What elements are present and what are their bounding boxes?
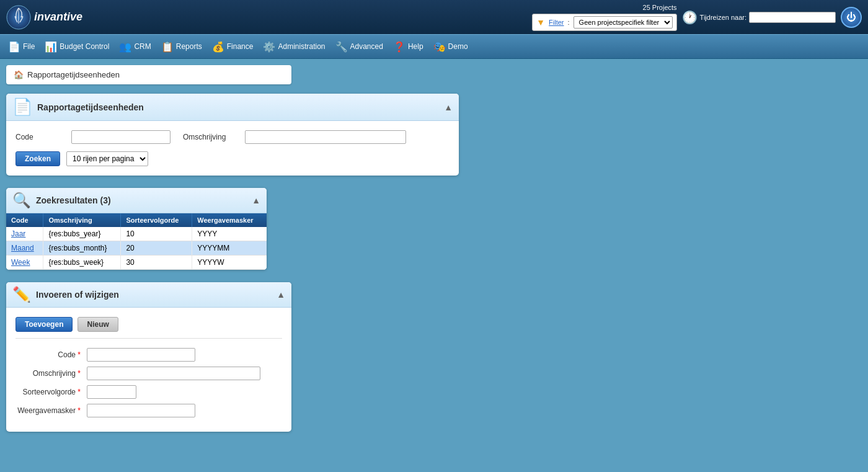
logo-area: invantive: [6, 5, 82, 30]
invoer-code-input[interactable]: [87, 348, 195, 362]
invoer-panel-header: ✏️ Invoeren of wijzigen ▲: [6, 282, 291, 308]
administration-icon: ⚙️: [263, 41, 275, 53]
invoer-weergavemasker-input[interactable]: [87, 404, 195, 417]
weergavemasker-field-row: Weergavemasker *: [16, 404, 282, 417]
demo-icon: 🎭: [433, 41, 446, 53]
home-icon: 🏠: [14, 70, 24, 79]
cell-sorteervolgorde: 30: [121, 256, 192, 270]
nav-item-advanced[interactable]: 🔧 Advanced: [330, 38, 388, 55]
omschrijving-input[interactable]: [245, 130, 406, 144]
cell-omschrijving: {res:bubs_year}: [43, 227, 121, 241]
col-header-omschrijving: Omschrijving: [43, 213, 121, 227]
results-panel-header-left: 🔍 Zoekresultaten (3): [12, 192, 111, 209]
results-panel: 🔍 Zoekresultaten (3) ▲ Code Omschrijving…: [6, 188, 267, 270]
code-input[interactable]: [71, 130, 170, 144]
results-panel-collapse-btn[interactable]: ▲: [252, 195, 260, 205]
file-icon: 📄: [8, 41, 20, 53]
cell-omschrijving: {res:bubs_month}: [43, 241, 121, 256]
results-panel-icon: 🔍: [12, 192, 31, 209]
cell-weergavemasker: YYYYW: [192, 256, 267, 270]
nav-budget-label: Budget Control: [60, 42, 109, 51]
invoer-btn-row: Toevoegen Nieuw: [16, 317, 282, 339]
toevoegen-button[interactable]: Toevoegen: [16, 317, 73, 332]
search-panel-icon: 📄: [12, 97, 32, 117]
invoer-code-label: Code *: [16, 350, 87, 359]
tijdreizen-area: 🕐 Tijdreizen naar:: [682, 10, 836, 25]
col-header-sorteervolgorde: Sorteervolgorde: [121, 213, 192, 227]
omschrijving-field-row: Omschrijving *: [16, 367, 282, 380]
nav-item-demo[interactable]: 🎭 Demo: [428, 38, 473, 55]
filter-link[interactable]: Filter: [549, 19, 564, 26]
reports-icon: 📋: [161, 41, 174, 53]
tijdreizen-input[interactable]: [749, 12, 836, 23]
cell-sorteervolgorde: 10: [121, 227, 192, 241]
results-panel-header: 🔍 Zoekresultaten (3) ▲: [6, 188, 267, 213]
col-header-code: Code: [6, 213, 43, 227]
advanced-icon: 🔧: [335, 41, 348, 53]
nav-administration-label: Administration: [278, 42, 325, 51]
projects-count: 25 Projects: [643, 4, 677, 11]
nav-file-label: File: [23, 42, 35, 51]
invoer-omschrijving-input[interactable]: [87, 367, 260, 380]
omschrijving-label: Omschrijving: [183, 133, 232, 141]
help-icon: ❓: [393, 41, 405, 53]
table-row: Week {res:bubs_week} 30 YYYYW: [6, 256, 267, 270]
invoer-panel-icon: ✏️: [12, 286, 31, 303]
results-panel-title: Zoekresultaten (3): [36, 195, 111, 205]
nav-item-administration[interactable]: ⚙️ Administration: [258, 38, 330, 55]
maand-link[interactable]: Maand: [11, 244, 34, 252]
invoer-form: Toevoegen Nieuw Code * Omschrijving * So…: [6, 308, 291, 432]
breadcrumb-text: Rapportagetijdseenheden: [27, 70, 120, 79]
search-controls: Zoeken 10 rijen per pagina 25 rijen per …: [16, 151, 450, 166]
filter-icon: ▼: [536, 17, 545, 27]
logo-title: invantive: [34, 11, 82, 24]
table-row: Jaar {res:bubs_year} 10 YYYY: [6, 227, 267, 241]
search-panel-header-left: 📄 Rapportagetijdseenheden: [12, 97, 144, 117]
nav-item-budget-control[interactable]: 📊 Budget Control: [40, 38, 114, 55]
filter-colon: :: [568, 19, 570, 26]
nieuw-button[interactable]: Nieuw: [78, 317, 118, 332]
content-area: 🏠 Rapportagetijdseenheden 📄 Rapportageti…: [0, 59, 868, 472]
nav-help-label: Help: [408, 42, 423, 51]
jaar-link[interactable]: Jaar: [11, 229, 25, 238]
cell-weergavemasker: YYYY: [192, 227, 267, 241]
invoer-weergavemasker-label: Weergavemasker *: [16, 406, 87, 415]
invoer-sorteervolgorde-input[interactable]: [87, 385, 136, 399]
results-table-container: Code Omschrijving Sorteervolgorde Weerga…: [6, 213, 267, 270]
nav-item-help[interactable]: ❓ Help: [388, 38, 428, 55]
logo-icon: [6, 5, 31, 30]
cell-code: Week: [6, 256, 43, 270]
week-link[interactable]: Week: [11, 258, 30, 267]
nav-item-reports[interactable]: 📋 Reports: [156, 38, 207, 55]
rows-per-page-select[interactable]: 10 rijen per pagina 25 rijen per pagina …: [66, 151, 148, 166]
col-header-weergavemasker: Weergavemasker: [192, 213, 267, 227]
nav-item-file[interactable]: 📄 File: [3, 38, 40, 55]
invoer-sorteervolgorde-label: Sorteervolgorde *: [16, 388, 87, 396]
results-table: Code Omschrijving Sorteervolgorde Weerga…: [6, 213, 267, 270]
nav-item-finance[interactable]: 💰 Finance: [207, 38, 259, 55]
top-right-controls: 25 Projects ▼ Filter : Geen projectspeci…: [532, 4, 862, 31]
nav-item-crm[interactable]: 👥 CRM: [114, 38, 156, 55]
power-button[interactable]: ⏻: [841, 7, 862, 28]
cell-weergavemasker: YYYYMM: [192, 241, 267, 256]
invoer-panel-collapse-btn[interactable]: ▲: [277, 290, 285, 300]
tijdreizen-label: Tijdreizen naar:: [700, 14, 746, 21]
nav-crm-label: CRM: [134, 42, 151, 51]
sorteervolgorde-field-row: Sorteervolgorde *: [16, 385, 282, 399]
search-panel: 📄 Rapportagetijdseenheden ▲ Code Omschri…: [6, 94, 459, 176]
zoeken-button[interactable]: Zoeken: [16, 151, 60, 166]
budget-icon: 📊: [45, 41, 57, 53]
table-row: Maand {res:bubs_month} 20 YYYYMM: [6, 241, 267, 256]
invoer-panel: ✏️ Invoeren of wijzigen ▲ Toevoegen Nieu…: [6, 282, 291, 432]
search-panel-title: Rapportagetijdseenheden: [37, 102, 144, 112]
nav-reports-label: Reports: [176, 42, 202, 51]
top-bar: invantive 25 Projects ▼ Filter : Geen pr…: [0, 0, 868, 34]
nav-bar: 📄 File 📊 Budget Control 👥 CRM 📋 Reports …: [0, 34, 868, 59]
filter-select[interactable]: Geen projectspecifiek filter: [574, 16, 673, 29]
invoer-panel-header-left: ✏️ Invoeren of wijzigen: [12, 286, 119, 303]
cell-sorteervolgorde: 20: [121, 241, 192, 256]
nav-advanced-label: Advanced: [350, 42, 383, 51]
invoer-panel-title: Invoeren of wijzigen: [36, 290, 119, 300]
search-panel-collapse-btn[interactable]: ▲: [444, 102, 453, 112]
tijdreizen-icon: 🕐: [682, 10, 698, 25]
